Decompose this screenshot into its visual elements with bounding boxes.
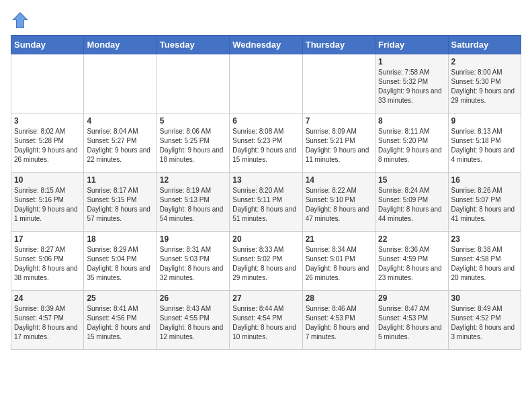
- header-saturday: Saturday: [448, 36, 521, 54]
- calendar-cell: 25Sunrise: 8:41 AM Sunset: 4:56 PM Dayli…: [84, 291, 157, 350]
- header-sunday: Sunday: [11, 36, 84, 54]
- calendar-week-1: 1Sunrise: 7:58 AM Sunset: 5:32 PM Daylig…: [11, 54, 521, 113]
- calendar-cell: 8Sunrise: 8:11 AM Sunset: 5:20 PM Daylig…: [375, 113, 448, 173]
- day-info: Sunrise: 8:15 AM Sunset: 5:16 PM Dayligh…: [14, 186, 81, 224]
- calendar-cell: 30Sunrise: 8:49 AM Sunset: 4:52 PM Dayli…: [448, 291, 521, 350]
- logo-icon: [11, 11, 30, 30]
- day-number: 5: [160, 116, 226, 126]
- calendar-header-row: SundayMondayTuesdayWednesdayThursdayFrid…: [11, 36, 521, 54]
- day-number: 19: [160, 234, 226, 244]
- day-number: 3: [14, 116, 81, 126]
- day-info: Sunrise: 8:43 AM Sunset: 4:55 PM Dayligh…: [160, 304, 226, 342]
- day-number: 4: [87, 116, 153, 126]
- day-number: 21: [306, 234, 372, 244]
- day-number: 26: [160, 293, 226, 303]
- calendar-cell: 2Sunrise: 8:00 AM Sunset: 5:30 PM Daylig…: [448, 54, 521, 113]
- calendar-cell: [302, 54, 375, 113]
- day-number: 12: [160, 175, 226, 185]
- day-info: Sunrise: 8:27 AM Sunset: 5:06 PM Dayligh…: [14, 245, 81, 283]
- day-info: Sunrise: 8:13 AM Sunset: 5:18 PM Dayligh…: [451, 127, 518, 165]
- calendar-cell: [230, 54, 302, 113]
- day-number: 27: [232, 293, 299, 303]
- day-info: Sunrise: 8:11 AM Sunset: 5:20 PM Dayligh…: [378, 127, 445, 165]
- calendar-table: SundayMondayTuesdayWednesdayThursdayFrid…: [11, 35, 521, 350]
- day-number: 30: [451, 293, 518, 303]
- header-tuesday: Tuesday: [157, 36, 229, 54]
- calendar-cell: [84, 54, 157, 113]
- calendar-cell: 23Sunrise: 8:38 AM Sunset: 4:58 PM Dayli…: [448, 232, 521, 291]
- day-number: 29: [378, 293, 445, 303]
- calendar-cell: 21Sunrise: 8:34 AM Sunset: 5:01 PM Dayli…: [302, 232, 375, 291]
- day-number: 22: [378, 234, 445, 244]
- day-number: 1: [378, 57, 445, 66]
- calendar-cell: 1Sunrise: 7:58 AM Sunset: 5:32 PM Daylig…: [375, 54, 448, 113]
- day-info: Sunrise: 8:44 AM Sunset: 4:54 PM Dayligh…: [232, 304, 299, 342]
- header-thursday: Thursday: [302, 36, 375, 54]
- calendar-cell: 3Sunrise: 8:02 AM Sunset: 5:28 PM Daylig…: [11, 113, 84, 173]
- logo: [11, 11, 32, 30]
- day-info: Sunrise: 8:08 AM Sunset: 5:23 PM Dayligh…: [232, 127, 299, 165]
- day-number: 7: [306, 116, 372, 126]
- day-info: Sunrise: 8:19 AM Sunset: 5:13 PM Dayligh…: [160, 186, 226, 224]
- day-info: Sunrise: 8:24 AM Sunset: 5:09 PM Dayligh…: [378, 186, 445, 224]
- calendar-cell: 5Sunrise: 8:06 AM Sunset: 5:25 PM Daylig…: [157, 113, 229, 173]
- calendar-cell: 13Sunrise: 8:20 AM Sunset: 5:11 PM Dayli…: [230, 173, 302, 232]
- day-info: Sunrise: 8:47 AM Sunset: 4:53 PM Dayligh…: [378, 304, 445, 342]
- day-number: 11: [87, 175, 153, 185]
- day-number: 20: [232, 234, 299, 244]
- calendar-cell: 27Sunrise: 8:44 AM Sunset: 4:54 PM Dayli…: [230, 291, 302, 350]
- day-info: Sunrise: 8:20 AM Sunset: 5:11 PM Dayligh…: [232, 186, 299, 224]
- day-number: 24: [14, 293, 81, 303]
- day-info: Sunrise: 8:17 AM Sunset: 5:15 PM Dayligh…: [87, 186, 153, 224]
- calendar-cell: [157, 54, 229, 113]
- calendar-cell: [11, 54, 84, 113]
- day-number: 15: [378, 175, 445, 185]
- day-info: Sunrise: 8:22 AM Sunset: 5:10 PM Dayligh…: [306, 186, 372, 224]
- calendar-cell: 12Sunrise: 8:19 AM Sunset: 5:13 PM Dayli…: [157, 173, 229, 232]
- day-info: Sunrise: 8:02 AM Sunset: 5:28 PM Dayligh…: [14, 127, 81, 165]
- day-number: 10: [14, 175, 81, 185]
- calendar-cell: 17Sunrise: 8:27 AM Sunset: 5:06 PM Dayli…: [11, 232, 84, 291]
- day-info: Sunrise: 8:39 AM Sunset: 4:57 PM Dayligh…: [14, 304, 81, 342]
- calendar-cell: 11Sunrise: 8:17 AM Sunset: 5:15 PM Dayli…: [84, 173, 157, 232]
- day-info: Sunrise: 8:29 AM Sunset: 5:04 PM Dayligh…: [87, 245, 153, 283]
- calendar-cell: 24Sunrise: 8:39 AM Sunset: 4:57 PM Dayli…: [11, 291, 84, 350]
- calendar-cell: 4Sunrise: 8:04 AM Sunset: 5:27 PM Daylig…: [84, 113, 157, 173]
- day-info: Sunrise: 8:31 AM Sunset: 5:03 PM Dayligh…: [160, 245, 226, 283]
- calendar-cell: 14Sunrise: 8:22 AM Sunset: 5:10 PM Dayli…: [302, 173, 375, 232]
- calendar-cell: 7Sunrise: 8:09 AM Sunset: 5:21 PM Daylig…: [302, 113, 375, 173]
- day-info: Sunrise: 8:26 AM Sunset: 5:07 PM Dayligh…: [451, 186, 518, 224]
- day-number: 13: [232, 175, 299, 185]
- calendar-cell: 6Sunrise: 8:08 AM Sunset: 5:23 PM Daylig…: [230, 113, 302, 173]
- day-info: Sunrise: 8:34 AM Sunset: 5:01 PM Dayligh…: [306, 245, 372, 283]
- calendar-week-2: 3Sunrise: 8:02 AM Sunset: 5:28 PM Daylig…: [11, 113, 521, 173]
- day-number: 14: [306, 175, 372, 185]
- calendar-cell: 9Sunrise: 8:13 AM Sunset: 5:18 PM Daylig…: [448, 113, 521, 173]
- day-number: 18: [87, 234, 153, 244]
- calendar-cell: 10Sunrise: 8:15 AM Sunset: 5:16 PM Dayli…: [11, 173, 84, 232]
- day-number: 6: [232, 116, 299, 126]
- day-info: Sunrise: 7:58 AM Sunset: 5:32 PM Dayligh…: [378, 68, 445, 105]
- calendar-cell: 16Sunrise: 8:26 AM Sunset: 5:07 PM Dayli…: [448, 173, 521, 232]
- day-number: 23: [451, 234, 518, 244]
- header-friday: Friday: [375, 36, 448, 54]
- day-number: 25: [87, 293, 153, 303]
- day-info: Sunrise: 8:36 AM Sunset: 4:59 PM Dayligh…: [378, 245, 445, 283]
- day-number: 2: [451, 57, 518, 66]
- day-info: Sunrise: 8:46 AM Sunset: 4:53 PM Dayligh…: [306, 304, 372, 342]
- day-info: Sunrise: 8:00 AM Sunset: 5:30 PM Dayligh…: [451, 68, 518, 105]
- calendar-cell: 26Sunrise: 8:43 AM Sunset: 4:55 PM Dayli…: [157, 291, 229, 350]
- header-monday: Monday: [84, 36, 157, 54]
- header-wednesday: Wednesday: [230, 36, 302, 54]
- page-header: [11, 11, 521, 30]
- calendar-week-4: 17Sunrise: 8:27 AM Sunset: 5:06 PM Dayli…: [11, 232, 521, 291]
- day-info: Sunrise: 8:04 AM Sunset: 5:27 PM Dayligh…: [87, 127, 153, 165]
- day-info: Sunrise: 8:41 AM Sunset: 4:56 PM Dayligh…: [87, 304, 153, 342]
- calendar-cell: 18Sunrise: 8:29 AM Sunset: 5:04 PM Dayli…: [84, 232, 157, 291]
- day-number: 16: [451, 175, 518, 185]
- day-info: Sunrise: 8:33 AM Sunset: 5:02 PM Dayligh…: [232, 245, 299, 283]
- day-info: Sunrise: 8:49 AM Sunset: 4:52 PM Dayligh…: [451, 304, 518, 342]
- calendar-cell: 29Sunrise: 8:47 AM Sunset: 4:53 PM Dayli…: [375, 291, 448, 350]
- day-info: Sunrise: 8:09 AM Sunset: 5:21 PM Dayligh…: [306, 127, 372, 165]
- day-number: 9: [451, 116, 518, 126]
